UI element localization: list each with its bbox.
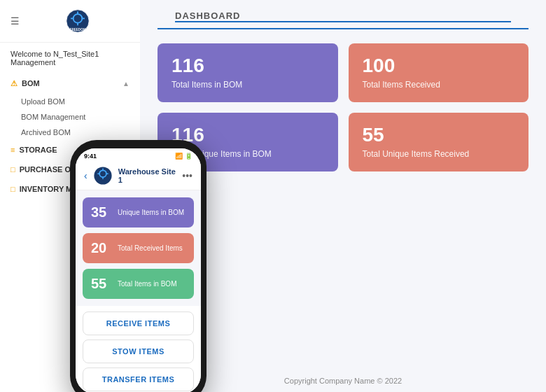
phone-screen: 9:41 📶 🔋 ‹ Warehouse Site 1 ••• [76,148,201,392]
stat-card-total-bom: 116 Total Items in BOM [158,43,338,102]
phone-mockup: 9:41 📶 🔋 ‹ Warehouse Site 1 ••• [70,140,206,392]
phone-stat-label-received: Total Received Items [118,244,183,252]
upload-bom-item[interactable]: Upload BOM [21,94,140,109]
stow-items-button[interactable]: STOW ITEMS [83,340,194,363]
phone-stat-total-bom: 55 Total Items in BOM [83,269,194,299]
stat-card-unique-received: 55 Total Unique Items Received [349,113,529,172]
hamburger-icon[interactable]: ☰ [10,15,20,27]
logo-area: FREEDOM [25,8,130,34]
dashboard-title-bar: DASHBOARD [158,10,528,29]
stat-number-total-received: 100 [363,56,515,76]
purchase-icon: □ [10,165,15,174]
phone-stat-num-received: 20 [91,240,111,256]
app-logo: FREEDOM [65,8,90,34]
stat-label-unique-received: Total Unique Items Received [363,149,515,159]
svg-text:FREEDOM: FREEDOM [69,28,85,31]
chevron-up-icon: ▲ [122,80,130,88]
dashboard-title: DASHBOARD [175,10,511,22]
warning-icon: ⚠ [10,79,18,88]
bom-sub-items: Upload BOM BOM Management Archived BOM [0,94,140,140]
stat-card-total-received: 100 Total Items Received [349,43,529,102]
phone-header: ‹ Warehouse Site 1 ••• [76,162,201,190]
phone-logo [93,166,113,186]
phone-stat-label-total-bom: Total Items in BOM [118,280,176,288]
stat-number-unique-received: 55 [363,125,515,145]
stat-number-total-bom: 116 [172,56,324,76]
archived-bom-item[interactable]: Archived BOM [21,125,140,140]
stat-label-total-received: Total Items Received [363,80,515,90]
phone-status-bar: 9:41 📶 🔋 [76,148,201,162]
stat-label-total-bom: Total Items in BOM [172,80,324,90]
site-welcome: Welcome to N_Test_Site1 Management [0,43,140,74]
phone-action-buttons: RECEIVE ITEMS STOW ITEMS TRANSFER ITEMS [76,306,201,392]
phone-stat-unique-bom: 35 Unique Items in BOM [83,197,194,227]
transfer-items-button[interactable]: TRANSFER ITEMS [83,368,194,391]
phone-stat-received: 20 Total Received Items [83,233,194,263]
phone-site-name: Warehouse Site 1 [118,167,177,184]
receive-items-button[interactable]: RECEIVE ITEMS [83,312,194,335]
phone-signal-icons: 📶 🔋 [175,153,192,160]
nav-bom-header[interactable]: ⚠BOM ▲ [0,74,140,94]
phone-more-icon[interactable]: ••• [182,170,192,181]
phone-stat-num-total-bom: 55 [91,276,111,292]
inventory-icon: □ [10,185,15,193]
phone-time: 9:41 [84,153,97,160]
phone-stat-label-unique-bom: Unique Items in BOM [118,209,184,216]
phone-wrapper: 9:41 📶 🔋 ‹ Warehouse Site 1 ••• [70,140,206,392]
phone-back-icon[interactable]: ‹ [84,170,88,181]
phone-stats: 35 Unique Items in BOM 20 Total Received… [76,190,201,303]
phone-stat-num-unique-bom: 35 [91,204,111,220]
sidebar-header: ☰ FREEDOM [0,0,140,43]
bom-management-item[interactable]: BOM Management [21,109,140,125]
list-icon: ≡ [10,146,15,154]
nav-section-bom: ⚠BOM ▲ Upload BOM BOM Management Archive… [0,74,140,140]
